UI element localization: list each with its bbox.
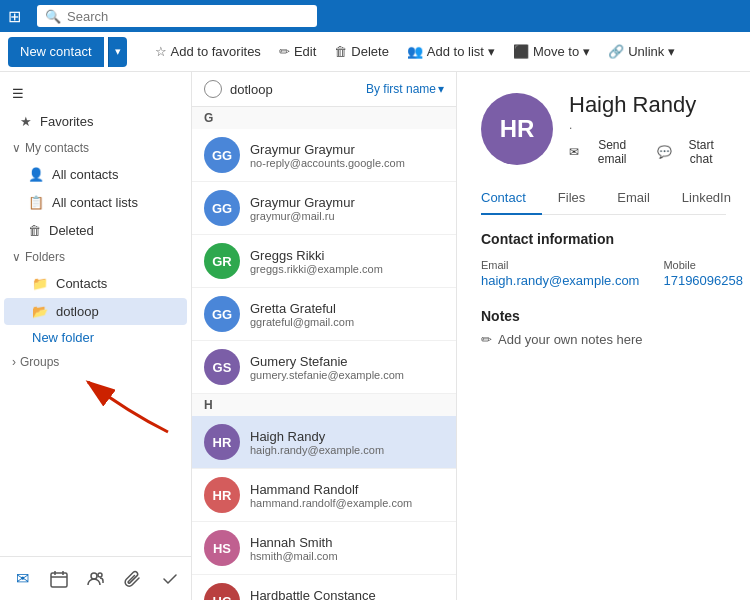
list-icon: 👥 [407, 44, 423, 59]
sidebar: ☰ ★ Favorites ∨ My contacts 👤 All contac… [0, 72, 192, 600]
start-chat-button[interactable]: 💬 Start chat [657, 138, 726, 166]
toolbar: New contact ▾ ☆ Add to favorites ✏ Edit … [0, 32, 750, 72]
contact-info: Hannah Smith hsmith@mail.com [250, 535, 444, 562]
list-item-selected[interactable]: HR Haigh Randy haigh.randy@example.com [192, 416, 456, 469]
add-to-list-button[interactable]: 👥 Add to list ▾ [399, 40, 503, 63]
edit-button[interactable]: ✏ Edit [271, 40, 324, 63]
pencil-icon: ✏ [481, 332, 492, 347]
attach-nav-icon[interactable] [118, 561, 147, 597]
avatar: GR [204, 243, 240, 279]
contact-info: Graymur Graymur graymur@mail.ru [250, 195, 444, 222]
tab-linkedin[interactable]: LinkedIn [666, 182, 747, 215]
hamburger-icon: ☰ [12, 86, 24, 101]
avatar: GS [204, 349, 240, 385]
select-all-checkbox[interactable] [204, 80, 222, 98]
contact-info: Greggs Rikki greggs.rikki@example.com [250, 248, 444, 275]
info-grid: Email haigh.randy@example.com Mobile 171… [481, 259, 726, 288]
new-contact-dropdown-button[interactable]: ▾ [108, 37, 127, 67]
contact-info: Hammand Randolf hammand.randolf@example.… [250, 482, 444, 509]
move-to-button[interactable]: ⬛ Move to ▾ [505, 40, 598, 63]
contact-info: Haigh Randy haigh.randy@example.com [250, 429, 444, 456]
list-item[interactable]: GR Greggs Rikki greggs.rikki@example.com [192, 235, 456, 288]
avatar: HR [204, 424, 240, 460]
unlink-button[interactable]: 🔗 Unlink ▾ [600, 40, 683, 63]
folder-icon: 📁 [32, 276, 48, 291]
search-bar: 🔍 [37, 5, 317, 27]
add-to-favorites-button[interactable]: ☆ Add to favorites [147, 40, 269, 63]
detail-panel: HR Haigh Randy . ✉ Send email 💬 Start ch… [457, 72, 750, 600]
contact-info-title: Contact information [481, 231, 726, 247]
chevron-down-icon2: ▾ [583, 44, 590, 59]
sidebar-item-allcontactlists[interactable]: 📋 All contact lists [4, 189, 187, 216]
sidebar-item-favorites[interactable]: ★ Favorites [4, 108, 187, 135]
add-notes-button[interactable]: ✏ Add your own notes here [481, 332, 726, 347]
chevron-right-icon: › [12, 355, 16, 369]
detail-info: Haigh Randy . ✉ Send email 💬 Start chat [569, 92, 726, 166]
search-icon: 🔍 [45, 9, 61, 24]
mobile-field: Mobile 17196096258 [663, 259, 743, 288]
unlink-icon: 🔗 [608, 44, 624, 59]
people-nav-icon[interactable] [82, 561, 111, 597]
sidebar-item-allcontacts[interactable]: 👤 All contacts [4, 161, 187, 188]
detail-subtitle: . [569, 118, 726, 132]
tab-contact[interactable]: Contact [481, 182, 542, 215]
list-item[interactable]: HS Hannah Smith hsmith@mail.com [192, 522, 456, 575]
check-nav-icon[interactable] [155, 561, 184, 597]
detail-avatar: HR [481, 93, 553, 165]
sidebar-item-deleted[interactable]: 🗑 Deleted [4, 217, 187, 244]
sidebar-item-contacts[interactable]: 📁 Contacts [4, 270, 187, 297]
avatar: GG [204, 137, 240, 173]
contact-list: dotloop By first name ▾ G GG Graymur Gra… [192, 72, 457, 600]
avatar: HC [204, 583, 240, 600]
edit-icon: ✏ [279, 44, 290, 59]
list-header-left: dotloop [204, 80, 273, 98]
email-nav-icon[interactable]: ✉ [8, 561, 37, 597]
list-item[interactable]: GG Gretta Grateful ggrateful@gmail.com [192, 288, 456, 341]
section-g: G [192, 107, 456, 129]
star-icon: ★ [20, 114, 32, 129]
avatar: GG [204, 190, 240, 226]
new-contact-button[interactable]: New contact [8, 37, 104, 67]
list-item[interactable]: HC Hardbattle Constance hardbattle.const… [192, 575, 456, 600]
avatar: HS [204, 530, 240, 566]
tab-email[interactable]: Email [601, 182, 666, 215]
new-folder-link[interactable]: New folder [0, 326, 191, 349]
send-email-button[interactable]: ✉ Send email [569, 138, 641, 166]
mobile-value: 17196096258 [663, 273, 743, 288]
delete-button[interactable]: 🗑 Delete [326, 40, 397, 63]
list-item[interactable]: GG Graymur Graymur graymur@mail.ru [192, 182, 456, 235]
svg-point-5 [98, 573, 102, 577]
sort-button[interactable]: By first name ▾ [366, 82, 444, 96]
section-h: H [192, 394, 456, 416]
sidebar-item-dotloop[interactable]: 📂 dotloop [4, 298, 187, 325]
detail-actions: ✉ Send email 💬 Start chat [569, 138, 726, 166]
hamburger-button[interactable]: ☰ [0, 80, 191, 107]
folder-open-icon: 📂 [32, 304, 48, 319]
chevron-down-icon: ∨ [12, 141, 21, 155]
tab-files[interactable]: Files [542, 182, 601, 215]
calendar-nav-icon[interactable] [45, 561, 74, 597]
chevron-down-icon3: ▾ [668, 44, 675, 59]
sidebar-section-groups[interactable]: › Groups [0, 351, 191, 373]
chevron-down-icon: ▾ [438, 82, 444, 96]
chat-icon: 💬 [657, 145, 672, 159]
detail-tabs: Contact Files Email LinkedIn [481, 182, 726, 215]
list-item[interactable]: GG Graymur Graymur no-reply@accounts.goo… [192, 129, 456, 182]
list-item[interactable]: HR Hammand Randolf hammand.randolf@examp… [192, 469, 456, 522]
search-input[interactable] [67, 9, 309, 24]
list-icon: 📋 [28, 195, 44, 210]
list-item[interactable]: GS Gumery Stefanie gumery.stefanie@examp… [192, 341, 456, 394]
trash-icon: 🗑 [334, 44, 347, 59]
grid-icon[interactable]: ⊞ [8, 7, 21, 26]
sidebar-section-mycontacts[interactable]: ∨ My contacts [0, 137, 191, 159]
contact-info: Gretta Grateful ggrateful@gmail.com [250, 301, 444, 328]
list-header: dotloop By first name ▾ [192, 72, 456, 107]
svg-rect-0 [51, 573, 67, 587]
move-icon: ⬛ [513, 44, 529, 59]
chevron-down-icon: ▾ [488, 44, 495, 59]
contact-info: Gumery Stefanie gumery.stefanie@example.… [250, 354, 444, 381]
notes-section: Notes ✏ Add your own notes here [481, 308, 726, 347]
sidebar-section-folders[interactable]: ∨ Folders [0, 246, 191, 268]
toolbar-actions: ☆ Add to favorites ✏ Edit 🗑 Delete 👥 Add… [147, 40, 684, 63]
detail-header: HR Haigh Randy . ✉ Send email 💬 Start ch… [481, 92, 726, 166]
